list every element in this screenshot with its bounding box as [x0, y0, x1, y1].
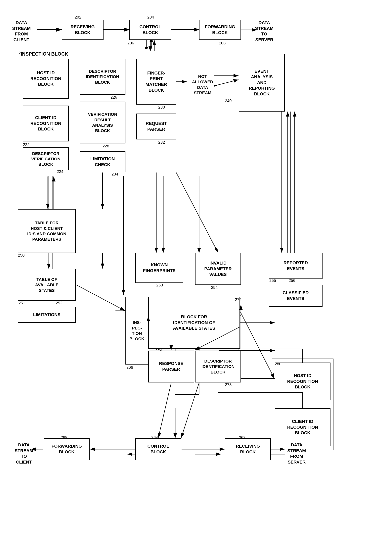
block-identification: BLOCK FORIDENTIFICATION OFAVAILABLE STAT…: [148, 297, 240, 349]
limitations-block: LIMITATIONS: [18, 307, 76, 323]
ref-224: 224: [57, 169, 63, 174]
svg-line-48: [76, 285, 125, 311]
table-available-states-block: TABLE OFAVAILABLESTATES: [18, 269, 76, 301]
client-id-recognition-b-block: CLIENT IDRECOGNITIONBLOCK: [275, 408, 330, 446]
ref-234: 234: [111, 172, 118, 176]
inspection-block-small: INS-PEC-TIONBLOCK: [125, 297, 148, 364]
ref-268: 268: [61, 435, 67, 440]
ref-222: 222: [23, 143, 29, 147]
ref-264: 264: [151, 435, 158, 440]
receiving-block-top: RECEIVINGBLOCK: [62, 20, 103, 40]
event-analysis-block: EVENTANALYSISANDREPORTINGBLOCK: [239, 54, 285, 111]
ref-266: 266: [126, 365, 133, 370]
ref-230: 230: [158, 105, 165, 110]
invalid-parameter-block: INVALIDPARAMETERVALUES: [195, 253, 241, 285]
response-parser-block: RESPONSEPARSER: [148, 351, 194, 383]
ref-252: 252: [56, 301, 62, 305]
ref-278: 278: [225, 383, 231, 387]
ref-262: 262: [239, 435, 245, 440]
table-host-client-block: TABLE FORHOST & CLIENTID:S AND COMMONPAR…: [18, 209, 76, 253]
reported-events-block: REPORTEDEVENTS: [269, 253, 322, 279]
classified-events-block: CLASSIFIEDEVENTS: [269, 285, 322, 307]
ref-204: 204: [147, 15, 154, 20]
ref-253: 253: [156, 283, 163, 287]
ref-280: 280: [275, 362, 281, 366]
ref-232: 232: [158, 140, 165, 145]
client-id-recognition-block: CLIENT IDRECOGNITIONBLOCK: [23, 106, 69, 141]
ref-251: 251: [19, 301, 25, 305]
host-id-recognition-b-block: HOST IDRECOGNITIONBLOCK: [275, 363, 330, 400]
limitation-check-block: LIMITATIONCHECK: [80, 151, 125, 172]
ref-256: 256: [289, 278, 295, 283]
diagram: DATASTREAMFROMCLIENT RECEIVINGBLOCK 202 …: [0, 0, 392, 546]
descriptor-identification-block: DESCRIPTORIDENTIFICATIONBLOCK: [80, 59, 125, 95]
control-block-bottom: CONTROLBLOCK: [135, 438, 181, 460]
descriptor-verification-block: DESCRIPTORVERIFICATIONBLOCK: [23, 147, 69, 170]
descriptor-identification-b-block: DESCRIPTORIDENTIFICATIONBLOCK: [195, 351, 241, 383]
svg-line-53: [240, 312, 274, 378]
request-parser-block: REQUESTPARSER: [136, 114, 176, 139]
ref-254: 254: [211, 285, 218, 290]
control-block-top: CONTROLBLOCK: [129, 20, 171, 40]
data-stream-from-server-label: DATASTREAMFROMSERVER: [279, 442, 315, 465]
host-id-recognition-block: HOST IDRECOGNITIONBLOCK: [23, 59, 69, 99]
ref-240: 240: [225, 99, 231, 103]
svg-line-40: [215, 80, 238, 86]
data-stream-to-client-label: DATASTREAMTOCLIENT: [6, 442, 42, 465]
fingerprint-matcher-block: FINGER-PRINTMATCHERBLOCK: [136, 59, 176, 104]
svg-line-47: [176, 173, 218, 253]
ref-206: 206: [127, 41, 134, 46]
forwarding-block-bottom: FORWARDINGBLOCK: [44, 438, 90, 460]
svg-line-56: [181, 383, 199, 438]
known-fingerprints-block: KNOWNFINGERPRINTS: [135, 253, 183, 283]
svg-line-55: [158, 383, 171, 438]
ref-272: 272: [235, 297, 242, 302]
ref-226: 226: [110, 95, 117, 100]
ref-250: 250: [18, 253, 25, 258]
ref-220: 220: [19, 51, 25, 55]
ref-202: 202: [75, 15, 81, 20]
forwarding-block-top: FORWARDINGBLOCK: [199, 20, 241, 40]
not-allowed-label: NOTALLOWEDDATASTREAM: [187, 74, 218, 95]
ref-255: 255: [269, 278, 276, 283]
ref-208: 208: [219, 41, 225, 46]
data-stream-from-client-label: DATASTREAMFROMCLIENT: [6, 20, 37, 43]
ref-228: 228: [103, 144, 109, 148]
verification-result-block: VERIFICATIONRESULTANALYSISBLOCK: [80, 102, 125, 143]
receiving-block-bottom: RECEIVINGBLOCK: [225, 438, 271, 460]
data-stream-to-server-label: DATASTREAMTOSERVER: [249, 20, 280, 43]
